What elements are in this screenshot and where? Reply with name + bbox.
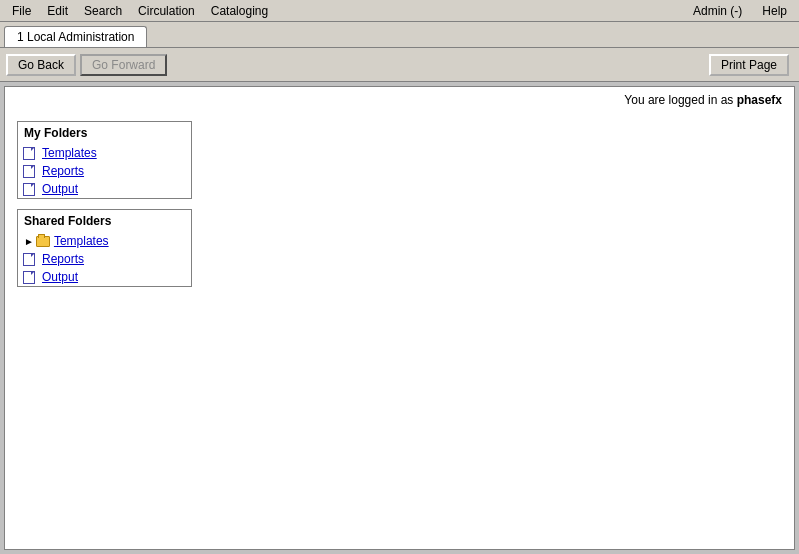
shared-templates-link[interactable]: Templates [54,234,109,248]
shared-folders-header: Shared Folders [18,210,191,232]
shared-reports-link[interactable]: Reports [42,252,84,266]
folders-container: My Folders Templates Reports Output [5,113,794,305]
go-forward-button[interactable]: Go Forward [80,54,167,76]
menu-help[interactable]: Help [754,2,795,20]
list-item: Output [18,180,191,198]
my-folders-header: My Folders [18,122,191,144]
folder-icon [24,164,38,178]
expand-icon[interactable]: ► [24,236,34,247]
list-item: Output [18,268,191,286]
menu-admin[interactable]: Admin (-) [685,2,750,20]
main-content: You are logged in as phasefx My Folders … [4,86,795,550]
folder-icon [24,182,38,196]
menu-edit[interactable]: Edit [39,2,76,20]
folder-icon [24,252,38,266]
list-item: Reports [18,162,191,180]
list-item: ► Templates [18,232,191,250]
folder-icon [24,146,38,160]
folder-icon [24,270,38,284]
my-output-link[interactable]: Output [42,182,78,196]
shared-folders-section: Shared Folders ► Templates Reports Outpu… [17,209,192,287]
go-back-button[interactable]: Go Back [6,54,76,76]
menu-cataloging[interactable]: Cataloging [203,2,276,20]
login-prefix: You are logged in as [624,93,736,107]
tabbar: 1 Local Administration [0,22,799,48]
yellow-folder-icon [36,236,50,247]
list-item: Reports [18,250,191,268]
menu-file[interactable]: File [4,2,39,20]
list-item: Templates [18,144,191,162]
my-folders-section: My Folders Templates Reports Output [17,121,192,199]
menubar: File Edit Search Circulation Cataloging … [0,0,799,22]
menu-search[interactable]: Search [76,2,130,20]
tab-local-administration[interactable]: 1 Local Administration [4,26,147,47]
my-templates-link[interactable]: Templates [42,146,97,160]
shared-output-link[interactable]: Output [42,270,78,284]
print-page-button[interactable]: Print Page [709,54,789,76]
login-info: You are logged in as phasefx [5,87,794,113]
my-reports-link[interactable]: Reports [42,164,84,178]
menu-circulation[interactable]: Circulation [130,2,203,20]
login-username: phasefx [737,93,782,107]
toolbar: Go Back Go Forward Print Page [0,48,799,82]
